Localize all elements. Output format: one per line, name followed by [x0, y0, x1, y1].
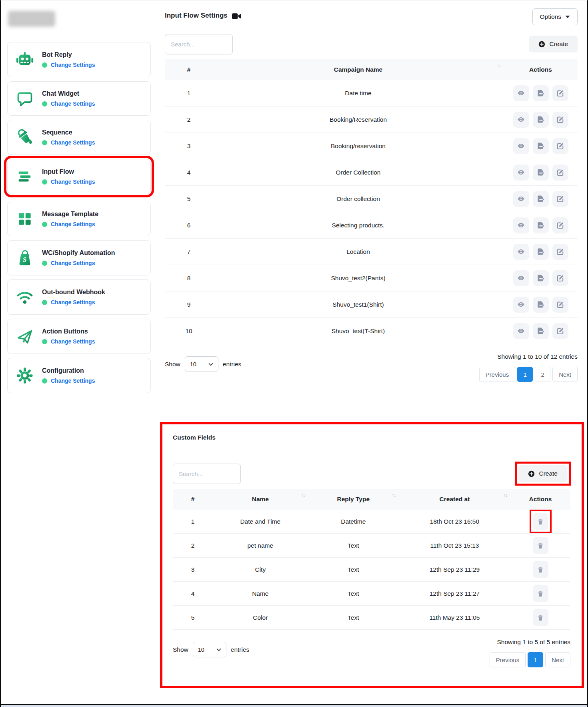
change-settings-link[interactable]: Change Settings	[51, 260, 95, 266]
custom-fields-table-body: 1 Date and Time Datetime 18th Oct 23 16:…	[173, 510, 570, 630]
change-settings-link[interactable]: Change Settings	[51, 299, 95, 305]
custom-field-row: 3 City Text 12th Sep 23 11:29	[173, 558, 570, 582]
export-button[interactable]	[533, 244, 549, 260]
view-button[interactable]	[513, 217, 529, 233]
custom-field-row-number: 1	[173, 515, 213, 528]
sidebar-item-label: Message Template	[42, 211, 98, 218]
view-button[interactable]	[513, 244, 529, 260]
custom-field-row: 4 Name Text 12th Sep 23 11:27	[173, 582, 570, 606]
delete-button[interactable]	[533, 561, 548, 578]
export-button[interactable]	[533, 138, 549, 154]
delete-button[interactable]	[533, 513, 548, 530]
campaign-row-number: 6	[165, 218, 213, 233]
edit-button[interactable]	[552, 323, 568, 339]
custom-field-row-number: 4	[173, 587, 213, 601]
campaign-row-name: Booking/Reservation	[213, 112, 504, 127]
campaign-search-input[interactable]	[165, 34, 233, 54]
view-button[interactable]	[513, 191, 529, 207]
edit-button[interactable]	[552, 270, 568, 286]
campaign-row-number: 8	[165, 271, 213, 286]
column-campaign-name[interactable]: Campaign Name ↑↓	[213, 59, 504, 80]
campaign-create-button[interactable]: Create	[529, 36, 578, 52]
view-button[interactable]	[513, 85, 529, 101]
edit-button[interactable]	[552, 138, 568, 154]
change-settings-link[interactable]: Change Settings	[51, 100, 95, 107]
sidebar-item-configuration: Configuration Change Settings	[7, 358, 151, 393]
app-window: Bot Reply Change Settings Chat Widget Ch…	[0, 0, 588, 707]
app-logo	[8, 11, 55, 27]
custom-fields-search-input[interactable]	[173, 464, 241, 484]
change-settings-link[interactable]: Change Settings	[51, 378, 95, 384]
sidebar-item-input-flow[interactable]: Input Flow Change Settings	[7, 159, 151, 194]
edit-button[interactable]	[552, 165, 568, 181]
edit-button[interactable]	[552, 217, 568, 233]
edit-button[interactable]	[552, 297, 568, 313]
campaign-row: 9 Shuvo_test1(Shirt)	[165, 291, 578, 318]
video-tutorial-icon[interactable]	[232, 13, 241, 20]
delete-button[interactable]	[533, 609, 548, 626]
column-created-at[interactable]: Created at ↑↓	[399, 489, 510, 510]
edit-button[interactable]	[552, 191, 568, 207]
export-button[interactable]	[533, 85, 549, 101]
view-button[interactable]	[513, 165, 529, 181]
edit-button[interactable]	[552, 244, 568, 260]
status-dot	[42, 261, 47, 266]
page-2-button[interactable]: 2	[535, 367, 550, 382]
sidebar-item-label: Configuration	[42, 367, 95, 374]
edit-button[interactable]	[552, 85, 568, 101]
campaign-row-name: Date time	[213, 86, 504, 101]
paper-plane-icon	[15, 327, 35, 345]
next-page-button[interactable]: Next	[552, 367, 578, 382]
export-button[interactable]	[533, 297, 549, 313]
custom-field-row-name: pet name	[213, 539, 308, 552]
change-settings-link[interactable]: Change Settings	[51, 338, 95, 345]
column-reply-type[interactable]: Reply Type ↑↓	[308, 489, 399, 510]
custom-fields-section: Custom Fields Create # Name	[160, 422, 584, 688]
page-size-select[interactable]: 10	[193, 642, 226, 657]
sidebar-item-label: Chat Widget	[42, 90, 95, 97]
export-button[interactable]	[533, 191, 549, 207]
view-button[interactable]	[513, 297, 529, 313]
delete-button-annotation	[533, 513, 548, 530]
custom-fields-pagination: Previous 1 Next	[490, 652, 570, 667]
view-button[interactable]	[513, 323, 529, 339]
page-size-select[interactable]: 10	[185, 356, 218, 372]
campaigns-table-body: 1 Date time 2 Booking/Reservation	[165, 80, 578, 344]
export-button[interactable]	[533, 323, 549, 339]
view-button[interactable]	[513, 270, 529, 286]
change-settings-link[interactable]: Change Settings	[51, 221, 95, 227]
delete-button[interactable]	[533, 585, 548, 602]
export-button[interactable]	[533, 270, 549, 286]
export-button[interactable]	[533, 165, 549, 181]
sidebar-item-chat-widget: Chat Widget Change Settings	[7, 81, 151, 116]
page-1-button[interactable]: 1	[517, 367, 533, 382]
status-dot	[42, 300, 47, 305]
edit-button[interactable]	[552, 112, 568, 128]
next-page-button[interactable]: Next	[545, 652, 570, 667]
previous-page-button[interactable]: Previous	[479, 367, 515, 382]
sort-icon: ↑↓	[301, 492, 305, 498]
sidebar: Bot Reply Change Settings Chat Widget Ch…	[1, 0, 159, 704]
entries-label: entries	[231, 646, 250, 653]
options-button[interactable]: Options	[532, 8, 578, 25]
campaign-row-name: Shuvo_test1(Shirt)	[213, 297, 504, 312]
page-1-button[interactable]: 1	[528, 652, 543, 667]
sidebar-item-sequence: Sequence Change Settings	[7, 120, 151, 155]
campaign-row: 7 Location	[165, 239, 578, 265]
column-name[interactable]: Name ↑↓	[213, 489, 308, 510]
change-settings-link[interactable]: Change Settings	[51, 179, 95, 185]
campaign-row-name: Shuvo_test(T-Shirt)	[213, 323, 504, 339]
window-bottom-edge	[1, 704, 587, 707]
shopify-bag-icon: S	[15, 249, 35, 267]
export-button[interactable]	[533, 217, 549, 233]
custom-field-create-button[interactable]: Create	[518, 465, 567, 482]
change-settings-link[interactable]: Change Settings	[51, 62, 95, 68]
view-button[interactable]	[513, 138, 529, 154]
campaign-row: 3 Booking/reservation	[165, 133, 578, 159]
delete-button[interactable]	[533, 537, 548, 554]
sort-icon: ↑↓	[497, 63, 501, 68]
view-button[interactable]	[513, 112, 529, 128]
export-button[interactable]	[533, 112, 549, 128]
change-settings-link[interactable]: Change Settings	[51, 139, 95, 146]
previous-page-button[interactable]: Previous	[490, 652, 526, 667]
